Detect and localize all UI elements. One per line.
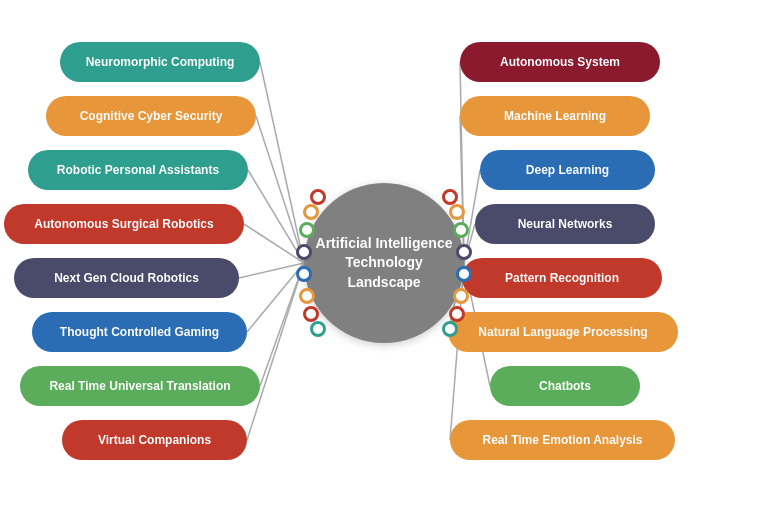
center-node: Artificial Intelligence Technology Lands… xyxy=(304,183,464,343)
mind-map-canvas: Artificial Intelligence Technology Lands… xyxy=(0,0,768,526)
dot-right-3 xyxy=(456,244,472,260)
left-node-cognitive: Cognitive Cyber Security xyxy=(46,96,256,136)
dot-right-1 xyxy=(449,204,465,220)
right-node-pattern: Pattern Recognition xyxy=(462,258,662,298)
right-node-autonomous-sys: Autonomous System xyxy=(460,42,660,82)
left-node-thought: Thought Controlled Gaming xyxy=(32,312,247,352)
svg-line-7 xyxy=(247,263,304,440)
right-node-nlp: Natural Language Processing xyxy=(448,312,678,352)
dot-right-0 xyxy=(442,189,458,205)
left-node-neuromorphic: Neuromorphic Computing xyxy=(60,42,260,82)
right-node-emotion: Real Time Emotion Analysis xyxy=(450,420,675,460)
dot-left-5 xyxy=(299,288,315,304)
dot-right-4 xyxy=(456,266,472,282)
left-node-realtime: Real Time Universal Translation xyxy=(20,366,260,406)
right-node-deep: Deep Learning xyxy=(480,150,655,190)
svg-line-3 xyxy=(244,224,304,263)
svg-line-4 xyxy=(239,263,304,278)
dot-right-7 xyxy=(442,321,458,337)
right-node-neural: Neural Networks xyxy=(475,204,655,244)
svg-line-0 xyxy=(260,62,304,263)
right-node-machine: Machine Learning xyxy=(460,96,650,136)
dot-left-0 xyxy=(310,189,326,205)
dot-left-1 xyxy=(303,204,319,220)
svg-line-1 xyxy=(256,116,304,263)
svg-line-6 xyxy=(260,263,304,386)
left-node-nextgen: Next Gen Cloud Robotics xyxy=(14,258,239,298)
left-node-robotic: Robotic Personal Assistants xyxy=(28,150,248,190)
dot-right-2 xyxy=(453,222,469,238)
center-label: Artificial Intelligence Technology Lands… xyxy=(316,234,453,293)
left-node-virtual: Virtual Companions xyxy=(62,420,247,460)
dot-left-6 xyxy=(303,306,319,322)
left-node-autonomous-surg: Autonomous Surgical Robotics xyxy=(4,204,244,244)
dot-left-7 xyxy=(310,321,326,337)
right-node-chatbots: Chatbots xyxy=(490,366,640,406)
dot-right-6 xyxy=(449,306,465,322)
dot-right-5 xyxy=(453,288,469,304)
